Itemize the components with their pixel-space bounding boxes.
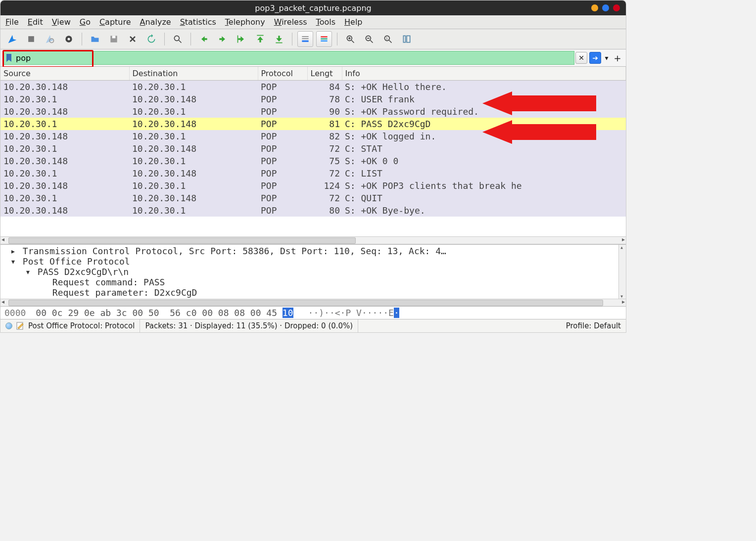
menu-wireless[interactable]: Wireless bbox=[274, 17, 307, 27]
svg-rect-14 bbox=[321, 36, 327, 38]
packet-row[interactable]: 10.20.30.110.20.30.148POP72C: LIST bbox=[0, 167, 626, 180]
menubar: FileEditViewGoCaptureAnalyzeStatisticsTe… bbox=[0, 15, 626, 29]
packet-row[interactable]: 10.20.30.110.20.30.148POP72C: STAT bbox=[0, 142, 626, 155]
detail-line[interactable]: ▾ PASS D2xc9CgD\r\n bbox=[0, 267, 626, 277]
column-header-source[interactable]: Source bbox=[0, 67, 129, 81]
column-header-destination[interactable]: Destination bbox=[129, 67, 258, 81]
svg-line-25 bbox=[389, 41, 392, 43]
status-bar: Post Office Protocol: Protocol Packets: … bbox=[0, 319, 626, 332]
restart-capture-button[interactable] bbox=[42, 31, 58, 47]
svg-text:1: 1 bbox=[386, 37, 388, 41]
packet-details-pane[interactable]: ▸ Transmission Control Protocol, Src Por… bbox=[0, 244, 626, 299]
edit-capture-comment-button[interactable] bbox=[16, 322, 24, 330]
bookmark-icon[interactable] bbox=[6, 54, 12, 62]
packet-bytes-pane[interactable]: 0000 00 0c 29 0e ab 3c 00 50 56 c0 00 08… bbox=[0, 306, 626, 319]
maximize-button[interactable] bbox=[602, 4, 609, 11]
menu-tools[interactable]: Tools bbox=[316, 17, 335, 27]
capture-options-button[interactable] bbox=[61, 31, 77, 47]
detail-line[interactable]: Request command: PASS bbox=[0, 277, 626, 287]
hex-ascii: ··)··<·P V·····E· bbox=[308, 308, 399, 318]
packet-row[interactable]: 10.20.30.110.20.30.148POP78C: USER frank bbox=[0, 93, 626, 105]
window-controls bbox=[591, 4, 620, 11]
svg-rect-5 bbox=[112, 36, 116, 38]
stop-capture-button[interactable] bbox=[23, 31, 39, 47]
svg-rect-16 bbox=[321, 41, 327, 42]
zoom-reset-button[interactable]: 1 bbox=[380, 31, 396, 47]
window-title: pop3_packet_capture.pcapng bbox=[0, 3, 626, 13]
add-filter-button[interactable]: + bbox=[612, 52, 623, 63]
column-header-protocol[interactable]: Protocol bbox=[258, 67, 307, 81]
detail-line[interactable]: ▸ Transmission Control Protocol, Src Por… bbox=[0, 246, 626, 256]
close-button[interactable] bbox=[613, 4, 620, 11]
svg-rect-9 bbox=[257, 35, 263, 36]
packet-row[interactable]: 10.20.30.14810.20.30.1POP90S: +OK Passwo… bbox=[0, 105, 626, 118]
svg-line-22 bbox=[371, 41, 373, 43]
resize-columns-button[interactable] bbox=[399, 31, 415, 47]
svg-rect-13 bbox=[302, 41, 308, 42]
zoom-out-button[interactable] bbox=[361, 31, 377, 47]
svg-line-18 bbox=[352, 41, 354, 43]
zoom-in-button[interactable] bbox=[342, 31, 358, 47]
packet-list-table[interactable]: SourceDestinationProtocolLengtInfo 10.20… bbox=[0, 67, 626, 217]
menu-file[interactable]: File bbox=[5, 17, 19, 27]
find-packet-button[interactable] bbox=[170, 31, 186, 47]
svg-rect-8 bbox=[237, 36, 238, 43]
go-last-button[interactable] bbox=[271, 31, 287, 47]
open-file-button[interactable] bbox=[87, 31, 103, 47]
display-filter-field-wrapper bbox=[3, 51, 574, 65]
details-vscrollbar[interactable] bbox=[618, 245, 626, 299]
save-file-button[interactable] bbox=[106, 31, 122, 47]
svg-rect-11 bbox=[302, 36, 308, 37]
go-forward-button[interactable] bbox=[215, 31, 231, 47]
svg-line-7 bbox=[179, 41, 182, 43]
reload-button[interactable] bbox=[143, 31, 159, 47]
hex-offset: 0000 bbox=[4, 308, 26, 318]
expert-info-button[interactable] bbox=[5, 322, 12, 329]
close-file-button[interactable] bbox=[125, 31, 141, 47]
start-capture-button[interactable] bbox=[4, 31, 20, 47]
titlebar: pop3_packet_capture.pcapng bbox=[0, 0, 626, 15]
column-header-info[interactable]: Info bbox=[342, 67, 626, 81]
status-profile-text[interactable]: Profile: Default bbox=[566, 321, 621, 330]
menu-edit[interactable]: Edit bbox=[28, 17, 43, 27]
menu-statistics[interactable]: Statistics bbox=[180, 17, 216, 27]
go-to-packet-button[interactable] bbox=[234, 31, 249, 47]
menu-capture[interactable]: Capture bbox=[99, 17, 131, 27]
packet-row[interactable]: 10.20.30.14810.20.30.1POP80S: +OK Bye-by… bbox=[0, 204, 626, 217]
status-packets-text: Packets: 31 · Displayed: 11 (35.5%) · Dr… bbox=[145, 321, 353, 330]
menu-go[interactable]: Go bbox=[80, 17, 91, 27]
toolbar-separator bbox=[82, 33, 82, 45]
clear-filter-button[interactable]: ✕ bbox=[575, 52, 587, 64]
packet-row[interactable]: 10.20.30.110.20.30.148POP72C: QUIT bbox=[0, 192, 626, 204]
svg-rect-15 bbox=[321, 38, 327, 40]
colorize-button[interactable] bbox=[316, 31, 332, 47]
menu-view[interactable]: View bbox=[52, 17, 71, 27]
packet-row[interactable]: 10.20.30.14810.20.30.1POP75S: +OK 0 0 bbox=[0, 155, 626, 167]
column-header-lengt[interactable]: Lengt bbox=[307, 67, 342, 81]
packet-row[interactable]: 10.20.30.14810.20.30.1POP124S: +OK POP3 … bbox=[0, 180, 626, 192]
toolbar: 1 bbox=[0, 29, 626, 49]
packet-row[interactable]: 10.20.30.110.20.30.148POP81C: PASS D2xc9… bbox=[0, 118, 626, 130]
app-window: pop3_packet_capture.pcapng FileEditViewG… bbox=[0, 0, 626, 333]
display-filter-input[interactable] bbox=[15, 53, 572, 63]
go-back-button[interactable] bbox=[196, 31, 212, 47]
detail-line[interactable]: Request parameter: D2xc9CgD bbox=[0, 287, 626, 298]
apply-filter-button[interactable]: ➔ bbox=[589, 52, 601, 64]
svg-rect-27 bbox=[403, 36, 405, 42]
menu-help[interactable]: Help bbox=[344, 17, 362, 27]
filter-dropdown-button[interactable]: ▾ bbox=[603, 52, 610, 63]
auto-scroll-button[interactable] bbox=[297, 31, 313, 47]
packet-list-pane: SourceDestinationProtocolLengtInfo 10.20… bbox=[0, 67, 626, 244]
go-first-button[interactable] bbox=[252, 31, 268, 47]
filter-bar: ✕ ➔ ▾ + bbox=[0, 49, 626, 67]
packet-row[interactable]: 10.20.30.14810.20.30.1POP84S: +OK Hello … bbox=[0, 81, 626, 93]
svg-point-3 bbox=[68, 38, 70, 41]
menu-telephony[interactable]: Telephony bbox=[225, 17, 265, 27]
menu-analyze[interactable]: Analyze bbox=[140, 17, 171, 27]
packet-row[interactable]: 10.20.30.14810.20.30.1POP82S: +OK logged… bbox=[0, 130, 626, 142]
svg-rect-10 bbox=[276, 43, 282, 44]
packet-list-hscrollbar[interactable] bbox=[0, 236, 626, 244]
details-hscrollbar[interactable] bbox=[0, 299, 626, 306]
minimize-button[interactable] bbox=[591, 4, 598, 11]
detail-line[interactable]: ▾ Post Office Protocol bbox=[0, 256, 626, 267]
